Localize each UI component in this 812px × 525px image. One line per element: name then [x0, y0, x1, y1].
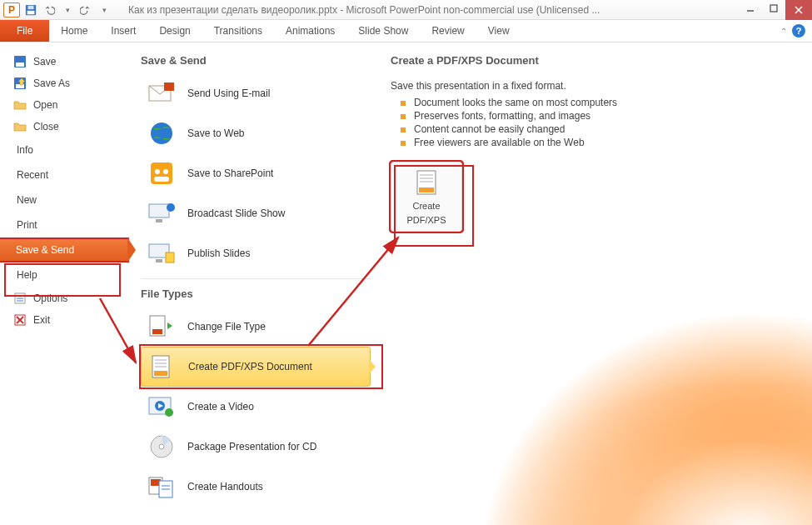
- folder-close-icon: [13, 120, 27, 133]
- item-broadcast[interactable]: Broadcast Slide Show: [141, 193, 371, 233]
- bullet-icon: [401, 114, 406, 119]
- minimize-ribbon-icon[interactable]: ⌃: [780, 27, 787, 36]
- bullet-text: Content cannot be easily changed: [414, 123, 565, 135]
- bullet-item: Preserves fonts, formatting, and images: [401, 110, 795, 122]
- quick-access-toolbar: P ▾ ▾: [0, 2, 112, 18]
- sidebar-save-send[interactable]: Save & Send: [0, 238, 129, 262]
- window-title: Как из презентации сделать видеоролик.pp…: [112, 4, 739, 16]
- create-pdf-xps-button[interactable]: Create PDF/XPS: [391, 162, 462, 232]
- section-title-file-types: File Types: [141, 288, 371, 300]
- sidebar-label: Recent: [17, 169, 48, 181]
- title-bar: P ▾ ▾ Как из презентации сделать видеоро…: [0, 0, 812, 20]
- sidebar-label: Save & Send: [16, 244, 74, 256]
- svg-point-20: [151, 122, 172, 144]
- svg-rect-24: [154, 177, 169, 182]
- sidebar-label: Close: [33, 121, 59, 132]
- bullet-item: Content cannot be easily changed: [401, 123, 795, 135]
- item-send-email[interactable]: Send Using E-mail: [141, 73, 371, 113]
- sidebar-label: New: [17, 194, 37, 206]
- globe-icon: [147, 119, 176, 148]
- sidebar-save[interactable]: Save: [0, 51, 129, 72]
- video-icon: [147, 392, 176, 421]
- svg-rect-19: [164, 82, 174, 91]
- options-icon: [13, 292, 27, 305]
- save-icon[interactable]: [23, 2, 38, 18]
- svg-rect-26: [156, 219, 162, 222]
- item-label: Save to Web: [187, 128, 244, 139]
- close-button[interactable]: [785, 0, 812, 20]
- ribbon-tabs: File Home Insert Design Transitions Anim…: [0, 20, 812, 42]
- sidebar-exit[interactable]: Exit: [0, 309, 129, 331]
- cd-icon: [147, 432, 176, 461]
- sidebar-label: Print: [17, 219, 37, 231]
- svg-rect-32: [152, 329, 162, 334]
- svg-rect-29: [156, 259, 162, 262]
- bullet-text: Preserves fonts, formatting, and images: [414, 110, 590, 122]
- bullet-icon: [401, 141, 406, 146]
- item-create-pdf-xps[interactable]: Create PDF/XPS Document: [141, 347, 371, 387]
- sidebar-open[interactable]: Open: [0, 94, 129, 116]
- item-label: Create PDF/XPS Document: [188, 361, 312, 372]
- maximize-button[interactable]: [762, 0, 785, 17]
- tab-design[interactable]: Design: [147, 20, 202, 42]
- envelope-icon: [147, 79, 176, 108]
- item-publish-slides[interactable]: Publish Slides: [141, 233, 371, 273]
- item-save-sharepoint[interactable]: Save to SharePoint: [141, 153, 371, 193]
- item-create-video[interactable]: Create a Video: [141, 387, 371, 427]
- svg-rect-25: [149, 204, 169, 218]
- details-panel: Create a PDF/XPS Document Save this pres…: [379, 42, 812, 525]
- sidebar-close[interactable]: Close: [0, 116, 129, 138]
- tab-view[interactable]: View: [476, 20, 521, 42]
- divider: [141, 278, 371, 279]
- pdf-document-icon: [148, 352, 177, 381]
- folder-open-icon: [13, 98, 27, 112]
- sidebar-help[interactable]: Help: [0, 262, 129, 288]
- item-label: Broadcast Slide Show: [187, 208, 285, 219]
- svg-rect-30: [166, 252, 174, 262]
- sidebar-save-as[interactable]: Save As: [0, 72, 129, 94]
- sidebar-recent[interactable]: Recent: [0, 162, 129, 188]
- sidebar-label: Open: [33, 99, 57, 111]
- minimize-button[interactable]: [739, 0, 762, 17]
- backstage-body: Save Save As Open Close Info Recent New …: [0, 42, 812, 525]
- section-title-save-send: Save & Send: [141, 54, 371, 67]
- sidebar-label: Help: [17, 269, 37, 281]
- publish-icon: [147, 239, 176, 268]
- help-icon[interactable]: ?: [792, 24, 805, 38]
- tab-file[interactable]: File: [0, 20, 49, 42]
- sidebar-print[interactable]: Print: [0, 212, 129, 238]
- item-change-file-type[interactable]: Change File Type: [141, 307, 371, 347]
- redo-icon[interactable]: [78, 2, 93, 18]
- save-as-icon: [13, 77, 27, 90]
- tab-home[interactable]: Home: [49, 20, 99, 42]
- tab-insert[interactable]: Insert: [99, 20, 147, 42]
- sidebar-info[interactable]: Info: [0, 138, 129, 162]
- qat-dropdown-icon[interactable]: ▾: [60, 2, 75, 18]
- pdf-document-icon: [411, 169, 441, 198]
- sidebar-label: Save As: [33, 78, 70, 89]
- sidebar-options[interactable]: Options: [0, 288, 129, 309]
- item-create-handouts[interactable]: Create Handouts: [141, 467, 371, 507]
- tab-slideshow[interactable]: Slide Show: [346, 20, 420, 42]
- exit-icon: [13, 313, 27, 327]
- item-label: Change File Type: [187, 321, 266, 332]
- save-disk-icon: [13, 55, 27, 68]
- tab-review[interactable]: Review: [420, 20, 476, 42]
- tab-animations[interactable]: Animations: [274, 20, 346, 42]
- sidebar-new[interactable]: New: [0, 188, 129, 212]
- item-save-web[interactable]: Save to Web: [141, 113, 371, 153]
- app-icon[interactable]: P: [3, 2, 20, 18]
- item-label: Save to SharePoint: [187, 168, 273, 179]
- undo-icon[interactable]: [42, 2, 57, 18]
- item-package-cd[interactable]: Package Presentation for CD: [141, 427, 371, 467]
- qat-customize-icon[interactable]: ▾: [97, 2, 112, 18]
- change-filetype-icon: [147, 312, 176, 341]
- item-label: Create a Video: [187, 401, 254, 412]
- tab-transitions[interactable]: Transitions: [202, 20, 274, 42]
- bullet-text: Free viewers are available on the Web: [414, 137, 585, 148]
- bullet-icon: [401, 101, 406, 106]
- svg-point-27: [167, 203, 175, 212]
- item-label: Send Using E-mail: [187, 88, 270, 99]
- svg-point-40: [165, 408, 173, 417]
- handouts-icon: [147, 472, 176, 501]
